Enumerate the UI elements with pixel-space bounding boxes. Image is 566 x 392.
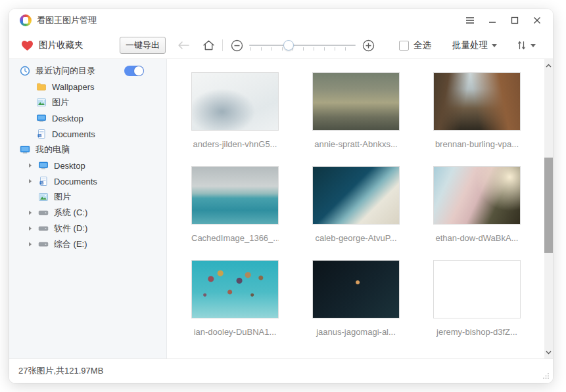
image-grid: anders-jilden-vhnG5... annie-spratt-Abnk… xyxy=(167,59,544,359)
grid-item[interactable]: CachedImage_1366_... xyxy=(191,166,279,243)
drive-icon xyxy=(38,239,49,250)
vertical-scrollbar[interactable] xyxy=(544,59,553,359)
scrollbar-thumb[interactable] xyxy=(544,158,553,253)
select-all-label: 全选 xyxy=(413,39,431,51)
filename-label: ian-dooley-DuBNA1... xyxy=(191,327,279,337)
sidebar-item-desktop[interactable]: Desktop xyxy=(9,110,166,126)
toolbar: 图片收藏夹 一键导出 全选 xyxy=(9,32,553,59)
sidebar-label: 系统 (C:) xyxy=(54,207,87,219)
thumbnail[interactable] xyxy=(191,260,279,318)
thumbnail[interactable] xyxy=(312,166,400,225)
minimize-icon[interactable] xyxy=(483,11,502,30)
maximize-icon[interactable] xyxy=(506,11,524,30)
menu-icon[interactable] xyxy=(461,11,479,30)
thumbnail[interactable] xyxy=(312,72,400,131)
favorites-label: 图片收藏夹 xyxy=(39,39,83,51)
slider-ticks xyxy=(250,47,354,51)
sidebar-item-pictures-2[interactable]: 图片 xyxy=(9,189,166,205)
sidebar-item-wallpapers[interactable]: Wallpapers xyxy=(9,79,166,95)
filename-label: caleb-george-AtvuP... xyxy=(312,233,400,243)
sidebar-label: 综合 (E:) xyxy=(54,238,87,250)
toggle-knob xyxy=(134,66,143,76)
filename-label: jaanus-jagomagi-al... xyxy=(312,327,400,337)
zoom-in-icon[interactable] xyxy=(360,37,377,54)
thumbnail[interactable] xyxy=(191,166,279,225)
resize-grip[interactable] xyxy=(542,372,550,380)
sidebar-label: 我的电脑 xyxy=(35,144,70,156)
app-title: 看图王图片管理 xyxy=(37,14,97,26)
filename-label: brennan-burling-vpa... xyxy=(433,139,521,149)
folder-icon xyxy=(36,81,47,92)
titlebar[interactable]: 看图王图片管理 xyxy=(9,9,553,32)
home-icon[interactable] xyxy=(200,37,217,54)
grid-item[interactable]: brennan-burling-vpa... xyxy=(433,72,521,149)
status-text: 27张图片,共121.97MB xyxy=(18,365,103,377)
desktop-icon xyxy=(36,113,47,123)
clock-icon xyxy=(20,66,30,76)
grid-item[interactable]: jaanus-jagomagi-al... xyxy=(312,260,400,337)
sidebar-item-drive-d[interactable]: 软件 (D:) xyxy=(9,221,166,236)
sidebar-recent-header[interactable]: 最近访问的目录 xyxy=(9,63,166,79)
thumbnail[interactable] xyxy=(312,260,400,318)
filename-label: jeremy-bishop-d3fZ... xyxy=(433,327,521,337)
back-icon[interactable] xyxy=(175,37,192,54)
thumbnail[interactable] xyxy=(433,260,521,318)
drive-icon xyxy=(38,223,49,234)
thumbnail[interactable] xyxy=(433,72,521,131)
sidebar-label: 最近访问的目录 xyxy=(35,65,95,77)
expand-arrow-icon[interactable] xyxy=(28,163,33,168)
grid-item[interactable]: anders-jilden-vhnG5... xyxy=(191,72,279,149)
document-icon: W xyxy=(38,176,49,186)
pictures-icon xyxy=(38,192,49,202)
zoom-slider[interactable] xyxy=(249,38,356,53)
caret-down-icon xyxy=(531,44,536,47)
thumbnail[interactable] xyxy=(191,72,279,131)
computer-icon xyxy=(20,144,30,155)
scroll-down-icon[interactable] xyxy=(544,347,553,357)
scroll-up-icon[interactable] xyxy=(544,60,553,70)
grid-item[interactable]: annie-spratt-Abnkxs... xyxy=(312,72,400,149)
drive-icon xyxy=(38,207,49,218)
sidebar-computer-header[interactable]: 我的电脑 xyxy=(9,142,166,158)
grid-item[interactable]: ian-dooley-DuBNA1... xyxy=(191,260,279,337)
sidebar-label: 软件 (D:) xyxy=(54,223,87,234)
sidebar-label: Wallpapers xyxy=(52,82,95,92)
expand-arrow-icon[interactable] xyxy=(28,242,33,247)
sidebar-item-documents-2[interactable]: W Documents xyxy=(9,173,166,189)
sidebar-label: 图片 xyxy=(54,191,71,203)
recent-toggle[interactable] xyxy=(124,66,144,76)
grid-item[interactable]: caleb-george-AtvuP... xyxy=(312,166,400,243)
grid-item[interactable]: ethan-dow-dWaBkA... xyxy=(433,166,521,243)
toolbar-separator xyxy=(222,39,223,51)
thumbnail[interactable] xyxy=(433,166,521,225)
sort-dropdown[interactable] xyxy=(517,40,536,51)
sidebar-item-drive-e[interactable]: 综合 (E:) xyxy=(9,236,166,252)
filename-label: annie-spratt-Abnkxs... xyxy=(312,139,400,149)
export-button[interactable]: 一键导出 xyxy=(120,37,166,54)
zoom-out-icon[interactable] xyxy=(228,37,245,54)
expand-arrow-icon[interactable] xyxy=(28,210,33,215)
batch-dropdown[interactable]: 批量处理 xyxy=(452,39,497,51)
sidebar-item-pictures[interactable]: 图片 xyxy=(9,95,166,110)
grid-item[interactable]: jeremy-bishop-d3fZ... xyxy=(433,260,521,337)
app-logo-icon xyxy=(20,14,32,26)
favorites-section: 图片收藏夹 一键导出 xyxy=(9,32,167,59)
close-icon[interactable] xyxy=(528,11,546,30)
expand-arrow-icon[interactable] xyxy=(28,226,33,231)
toolbar-nav: 全选 批量处理 xyxy=(175,32,553,59)
slider-thumb[interactable] xyxy=(283,40,294,51)
statusbar: 27张图片,共121.97MB xyxy=(9,359,553,383)
filename-label: anders-jilden-vhnG5... xyxy=(191,139,279,149)
app-window: 看图王图片管理 图片收藏夹 一键导出 xyxy=(9,9,553,383)
slider-track[interactable] xyxy=(249,45,356,46)
document-icon: W xyxy=(36,129,47,139)
expand-arrow-icon[interactable] xyxy=(28,179,33,184)
caret-down-icon xyxy=(492,44,497,47)
sidebar-item-drive-c[interactable]: 系统 (C:) xyxy=(9,205,166,221)
select-all-checkbox[interactable] xyxy=(399,41,409,51)
sidebar-item-documents[interactable]: W Documents xyxy=(9,126,166,142)
sidebar-item-desktop-2[interactable]: Desktop xyxy=(9,158,166,173)
desktop-icon xyxy=(38,160,49,171)
filename-label: ethan-dow-dWaBkA... xyxy=(433,233,521,243)
sidebar-label: Desktop xyxy=(54,161,85,171)
